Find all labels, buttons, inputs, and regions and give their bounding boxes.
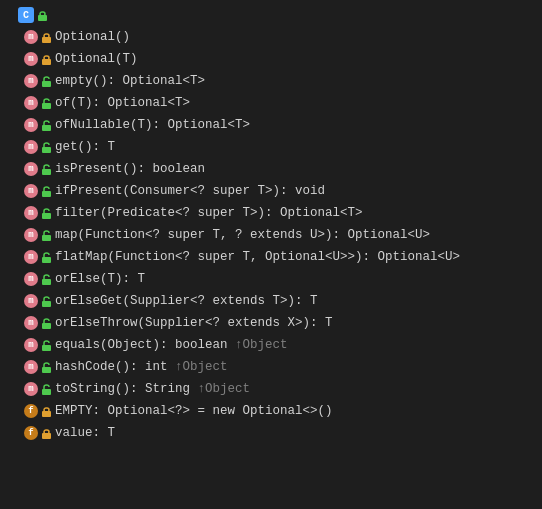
svg-rect-19 [42,367,51,373]
svg-rect-17 [42,323,51,329]
method-icon: m [24,338,38,352]
class-icon: C [18,7,34,23]
method-icon: m [24,30,38,44]
svg-rect-11 [42,191,51,197]
member-row[interactable]: m equals(Object): boolean ↑Object [0,334,542,356]
member-row[interactable]: m isPresent(): boolean [0,158,542,180]
member-label: toString(): String ↑Object [55,382,250,396]
visibility-badge [40,383,52,395]
visibility-badge [40,295,52,307]
svg-rect-14 [42,257,51,263]
member-row[interactable]: m Optional() [0,26,542,48]
svg-rect-20 [42,389,51,395]
method-icon: m [24,250,38,264]
visibility-badge [40,75,52,87]
field-icon: f [24,426,38,440]
visibility-badge [40,97,52,109]
class-visibility-badge [36,9,48,21]
member-label: ofNullable(T): Optional<T> [55,118,250,132]
svg-rect-3 [44,34,49,38]
member-row[interactable]: m orElseThrow(Supplier<? extends X>): T [0,312,542,334]
visibility-badge [40,361,52,373]
method-icon: m [24,382,38,396]
visibility-badge [40,163,52,175]
visibility-badge [40,185,52,197]
visibility-badge [40,273,52,285]
member-label: orElse(T): T [55,272,145,286]
member-label: empty(): Optional<T> [55,74,205,88]
member-row[interactable]: m orElse(T): T [0,268,542,290]
member-row[interactable]: m orElseGet(Supplier<? extends T>): T [0,290,542,312]
visibility-badge [40,427,52,439]
visibility-badge [40,251,52,263]
svg-rect-22 [44,408,49,412]
member-label: get(): T [55,140,115,154]
method-icon: m [24,206,38,220]
svg-rect-1 [40,12,45,16]
member-label: hashCode(): int ↑Object [55,360,228,374]
svg-rect-12 [42,213,51,219]
method-icon: m [24,162,38,176]
method-icon: m [24,96,38,110]
member-row[interactable]: m map(Function<? super T, ? extends U>):… [0,224,542,246]
method-icon: m [24,140,38,154]
svg-rect-16 [42,301,51,307]
member-row[interactable]: m flatMap(Function<? super T, Optional<U… [0,246,542,268]
svg-rect-7 [42,103,51,109]
members-list: m Optional()m Optional(T)m empty(): Opti… [0,26,542,444]
member-row[interactable]: m ofNullable(T): Optional<T> [0,114,542,136]
root-class-row[interactable]: C [0,4,542,26]
method-icon: m [24,272,38,286]
member-row[interactable]: m hashCode(): int ↑Object [0,356,542,378]
field-icon: f [24,404,38,418]
member-label: value: T [55,426,115,440]
svg-rect-8 [42,125,51,131]
method-icon: m [24,228,38,242]
method-icon: m [24,360,38,374]
member-label: flatMap(Function<? super T, Optional<U>>… [55,250,460,264]
member-label: Optional() [55,30,130,44]
member-label: equals(Object): boolean ↑Object [55,338,288,352]
visibility-badge [40,119,52,131]
member-row[interactable]: m filter(Predicate<? super T>): Optional… [0,202,542,224]
visibility-badge [40,31,52,43]
method-icon: m [24,294,38,308]
member-row[interactable]: f value: T [0,422,542,444]
svg-rect-6 [42,81,51,87]
member-row[interactable]: f EMPTY: Optional<?> = new Optional<>() [0,400,542,422]
member-label: ifPresent(Consumer<? super T>): void [55,184,325,198]
visibility-badge [40,229,52,241]
method-icon: m [24,74,38,88]
member-row[interactable]: m toString(): String ↑Object [0,378,542,400]
member-label: Optional(T) [55,52,138,66]
svg-rect-18 [42,345,51,351]
member-label: EMPTY: Optional<?> = new Optional<>() [55,404,333,418]
visibility-badge [40,207,52,219]
member-row[interactable]: m empty(): Optional<T> [0,70,542,92]
member-label: orElseGet(Supplier<? extends T>): T [55,294,318,308]
member-row[interactable]: m get(): T [0,136,542,158]
method-icon: m [24,52,38,66]
member-row[interactable]: m Optional(T) [0,48,542,70]
member-row[interactable]: m ifPresent(Consumer<? super T>): void [0,180,542,202]
member-label: of(T): Optional<T> [55,96,190,110]
member-label: map(Function<? super T, ? extends U>): O… [55,228,430,242]
svg-rect-9 [42,147,51,153]
member-row[interactable]: m of(T): Optional<T> [0,92,542,114]
member-label: orElseThrow(Supplier<? extends X>): T [55,316,333,330]
visibility-badge [40,141,52,153]
member-label: isPresent(): boolean [55,162,205,176]
svg-rect-13 [42,235,51,241]
svg-rect-10 [42,169,51,175]
visibility-badge [40,339,52,351]
svg-rect-24 [44,430,49,434]
visibility-badge [40,317,52,329]
svg-rect-5 [44,56,49,60]
method-icon: m [24,118,38,132]
member-label: filter(Predicate<? super T>): Optional<T… [55,206,363,220]
method-icon: m [24,184,38,198]
svg-rect-15 [42,279,51,285]
class-tree: C m Optional()m Optional(T)m empty(): Op… [0,0,542,448]
visibility-badge [40,53,52,65]
method-icon: m [24,316,38,330]
